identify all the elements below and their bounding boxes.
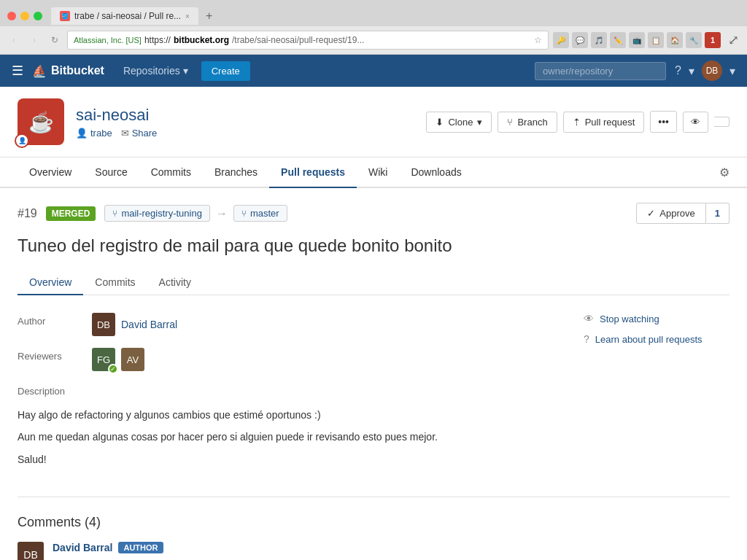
pr-status-badge: MERGED xyxy=(46,206,96,221)
watch-button[interactable]: 👁 xyxy=(683,112,708,133)
approve-button[interactable]: ✓ Approve xyxy=(636,203,705,224)
extension-icon-8[interactable]: 🔧 xyxy=(686,32,702,48)
bitbucket-logo-text: Bitbucket xyxy=(51,64,104,77)
description-line-1: Hay algo de refactoring y algunos cambio… xyxy=(18,407,438,423)
branch-icon: ⑂ xyxy=(507,117,513,128)
clone-label: Clone xyxy=(448,117,473,128)
hamburger-menu-icon[interactable]: ☰ xyxy=(12,63,23,79)
pr-icon: ⇡ xyxy=(573,117,581,128)
approve-count[interactable]: 1 xyxy=(706,203,729,224)
window-minimize-button[interactable] xyxy=(20,12,29,20)
eye-action-icon: 👁 xyxy=(584,313,594,324)
clone-button[interactable]: ⬇ Clone ▾ xyxy=(426,112,492,133)
pr-branch-flow: ⑂ mail-registry-tuning → ⑂ master xyxy=(104,205,287,222)
extension-icon-7[interactable]: 🏠 xyxy=(667,32,683,48)
pr-number: #19 xyxy=(18,207,37,220)
stop-watching-link[interactable]: 👁 Stop watching xyxy=(584,313,729,324)
nav-commits[interactable]: Commits xyxy=(139,158,203,188)
author-name[interactable]: David Barral xyxy=(121,319,177,330)
pr-content: #19 MERGED ⑂ mail-registry-tuning → ⑂ ma… xyxy=(0,188,747,560)
repo-share-item: ✉ Share xyxy=(121,128,158,139)
repo-owner[interactable]: trabe xyxy=(90,128,112,139)
pr-tabs: Overview Commits Activity xyxy=(18,271,729,295)
repo-owner-item: 👤 trabe xyxy=(76,128,112,139)
pr-title: Tuneo del registro de mail para que qued… xyxy=(18,236,729,256)
branch-source-icon: ⑂ xyxy=(112,209,117,219)
window-close-button[interactable] xyxy=(7,12,16,20)
repo-logo: ☕ 👤 xyxy=(18,98,64,145)
settings-icon[interactable]: ⚙ xyxy=(719,166,729,179)
tab-close-icon[interactable]: × xyxy=(185,12,190,20)
learn-pr-link[interactable]: ? Learn about pull requests xyxy=(584,333,729,345)
back-button[interactable]: ‹ xyxy=(6,32,22,48)
extension-icon-6[interactable]: 📋 xyxy=(648,32,664,48)
source-branch-chip: ⑂ mail-registry-tuning xyxy=(104,205,210,222)
pr-approve-section: ✓ Approve 1 xyxy=(636,203,729,224)
address-bar[interactable]: Atlassian, Inc. [US] https:// bitbucket.… xyxy=(67,31,549,50)
more-button[interactable]: ••• xyxy=(650,111,677,133)
avatar-dropdown-icon[interactable]: ▾ xyxy=(729,64,735,78)
comment-header: David Barral AUTHOR xyxy=(53,542,729,553)
bookmark-icon[interactable]: ☆ xyxy=(534,35,542,45)
question-action-icon: ? xyxy=(584,333,589,345)
extension-icon-4[interactable]: ✏️ xyxy=(610,32,626,48)
reviewer-avatar-1[interactable]: FG ✓ xyxy=(92,348,115,371)
author-row: Author DB David Barral xyxy=(18,313,554,336)
browser-tab[interactable]: 🪣 trabe / sai-neosai / Pull re... × xyxy=(51,7,198,25)
comment-author-name[interactable]: David Barral xyxy=(53,542,112,553)
user-avatar[interactable]: DB xyxy=(702,61,722,81)
nav-source[interactable]: Source xyxy=(83,158,139,188)
tab-overview[interactable]: Overview xyxy=(18,271,83,295)
extension-icon-2[interactable]: 💬 xyxy=(572,32,588,48)
reviewer-1-initials: FG xyxy=(97,354,110,365)
help-icon[interactable]: ? xyxy=(675,64,681,77)
repo-logo-icon: ☕ xyxy=(28,110,54,134)
watch-count[interactable] xyxy=(714,117,729,127)
stop-watching-label: Stop watching xyxy=(600,314,659,324)
create-button[interactable]: Create xyxy=(201,61,250,81)
search-area xyxy=(250,62,666,80)
share-label[interactable]: Share xyxy=(132,128,158,139)
nav-overview[interactable]: Overview xyxy=(18,158,83,188)
extension-icon-3[interactable]: 🎵 xyxy=(591,32,607,48)
extension-icon-5[interactable]: 📺 xyxy=(629,32,645,48)
nav-branches[interactable]: Branches xyxy=(203,158,269,188)
forward-button[interactable]: › xyxy=(26,32,42,48)
reviewers-value: FG ✓ AV xyxy=(92,348,144,371)
secure-label: Atlassian, Inc. [US] xyxy=(74,36,142,44)
nav-downloads[interactable]: Downloads xyxy=(399,158,473,188)
reviewers-row: Reviewers FG ✓ AV xyxy=(18,348,554,371)
comment-avatar: DB xyxy=(18,542,44,560)
extension-icon-9[interactable]: 1 xyxy=(705,32,721,48)
pull-request-button[interactable]: ⇡ Pull request xyxy=(563,112,645,133)
new-tab-button[interactable]: + xyxy=(198,6,220,26)
comment-body: David Barral AUTHOR Con este último comm… xyxy=(53,542,729,560)
bitbucket-logo[interactable]: ⛵ Bitbucket xyxy=(32,64,104,78)
reload-button[interactable]: ↻ xyxy=(47,32,63,48)
tab-commits[interactable]: Commits xyxy=(83,271,147,295)
comments-title: Comments (4) xyxy=(18,515,729,530)
clone-dropdown-icon: ▾ xyxy=(477,117,482,128)
bitbucket-logo-icon: ⛵ xyxy=(32,64,47,78)
address-domain: bitbucket.org xyxy=(174,35,229,45)
pr-meta: Author DB David Barral Reviewers FG ✓ AV xyxy=(18,313,554,479)
nav-wiki[interactable]: Wiki xyxy=(357,158,399,188)
learn-pr-label: Learn about pull requests xyxy=(595,334,703,345)
repo-info: sai-neosai 👤 trabe ✉ Share xyxy=(76,106,157,139)
tab-activity[interactable]: Activity xyxy=(147,271,203,295)
author-label: Author xyxy=(18,313,83,327)
window-maximize-button[interactable] xyxy=(34,12,42,20)
repo-name[interactable]: sai-neosai xyxy=(76,106,157,125)
reviewer-avatar-2[interactable]: AV xyxy=(121,348,144,371)
search-input[interactable] xyxy=(535,62,666,80)
nav-pull-requests[interactable]: Pull requests xyxy=(269,158,357,188)
branch-button[interactable]: ⑂ Branch xyxy=(498,112,557,133)
extension-icon-1[interactable]: 🔑 xyxy=(553,32,569,48)
repo-logo-badge: 👤 xyxy=(15,133,29,148)
description-line-3: Salud! xyxy=(18,451,438,467)
repositories-nav-item[interactable]: Repositories ▾ xyxy=(116,55,196,87)
fullscreen-icon[interactable]: ⤢ xyxy=(725,32,741,48)
repo-nav: Overview Source Commits Branches Pull re… xyxy=(0,158,747,188)
pr-details: Author DB David Barral Reviewers FG ✓ AV xyxy=(18,313,729,479)
chevron-down-icon[interactable]: ▾ xyxy=(689,64,694,78)
